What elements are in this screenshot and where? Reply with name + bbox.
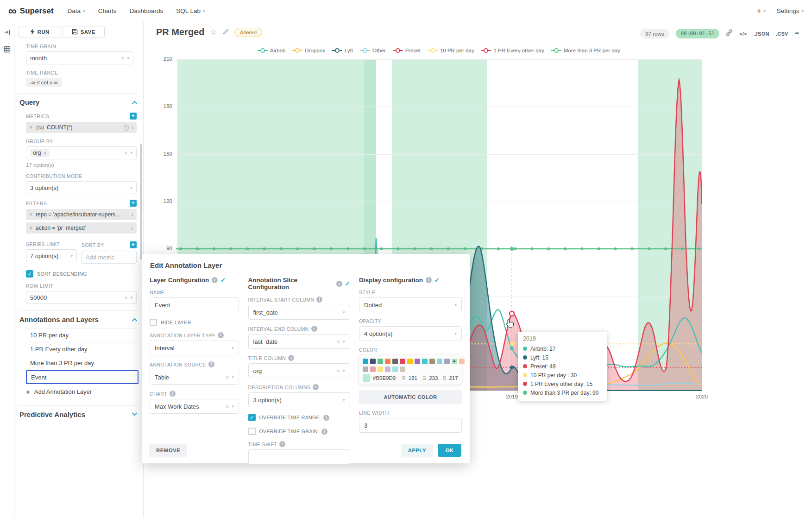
add-annotation-layer-button[interactable]: + Add Annotation Layer (26, 384, 138, 399)
sort-by-select[interactable]: Add metric (82, 251, 137, 264)
run-button[interactable]: RUN (19, 26, 61, 38)
color-swatch[interactable] (385, 359, 390, 364)
color-swatch[interactable] (422, 359, 428, 364)
chart-select[interactable]: Max Work Dates × ▾ (150, 399, 239, 414)
info-icon[interactable]: i (321, 429, 327, 435)
time-grain-select[interactable]: month × ▾ (26, 51, 133, 64)
clear-icon[interactable]: × (226, 403, 229, 410)
description-columns-select[interactable]: 3 option(s) ▾ (248, 392, 350, 407)
sort-descending-checkbox[interactable]: ✓ SORT DESCENDING (26, 270, 137, 278)
title-column-select[interactable]: org × ▾ (248, 363, 350, 378)
color-swatch[interactable] (378, 359, 383, 364)
export-csv-button[interactable]: .CSV (776, 31, 788, 37)
nav-item-dashboards[interactable]: Dashboards (129, 7, 163, 14)
red-value[interactable]: 181 (409, 375, 417, 381)
clear-icon[interactable]: × (226, 374, 229, 381)
group-by-tag[interactable]: org× (30, 149, 50, 157)
export-json-button[interactable]: .JSON (753, 31, 769, 37)
color-swatch[interactable] (459, 359, 465, 364)
style-select[interactable]: Dotted ▾ (359, 297, 462, 312)
info-icon[interactable]: i (311, 326, 317, 332)
panel-scrollbar[interactable] (140, 144, 142, 259)
legend-item[interactable]: Preset (393, 48, 421, 53)
override-time-grain-checkbox[interactable]: OVERRIDE TIME GRAIN i (248, 428, 350, 435)
menu-icon[interactable]: ≡ (795, 30, 799, 38)
altered-badge[interactable]: Altered (234, 28, 262, 37)
override-time-range-checkbox[interactable]: ✓ OVERRIDE TIME RANGE i (248, 414, 350, 421)
apply-button[interactable]: APPLY (401, 444, 433, 457)
filter-chip[interactable]: × repo = 'apache/incubator-supers... › (26, 209, 137, 220)
color-swatch[interactable] (400, 359, 405, 364)
time-range-chip[interactable]: -∞ ≤ col < ∞ (26, 78, 62, 87)
color-swatch[interactable] (437, 359, 442, 364)
hex-value[interactable]: #B5E9D9 (373, 375, 396, 381)
info-icon[interactable]: i (288, 355, 294, 361)
help-icon[interactable]: ? (123, 125, 129, 131)
contribution-mode-select[interactable]: 3 option(s) ▾ (26, 181, 137, 194)
color-swatch[interactable] (370, 366, 376, 372)
legend-item[interactable]: Lyft (332, 48, 353, 53)
color-swatch[interactable] (400, 366, 405, 372)
group-by-select[interactable]: org× × ▾ (26, 146, 137, 159)
remove-button[interactable]: REMOVE (149, 444, 187, 457)
color-swatch-selected[interactable] (452, 359, 457, 364)
color-swatch[interactable] (392, 359, 398, 364)
opacity-select[interactable]: 4 option(s) ▾ (359, 326, 462, 341)
add-metric-button[interactable]: + (130, 113, 137, 120)
info-icon[interactable]: i (208, 361, 214, 367)
save-button[interactable]: SAVE (63, 26, 105, 38)
clear-icon[interactable]: × (124, 294, 128, 301)
green-value[interactable]: 233 (429, 375, 438, 381)
remove-icon[interactable]: × (29, 211, 32, 218)
hide-layer-checkbox[interactable]: HIDE LAYER (150, 319, 239, 326)
info-icon[interactable]: i (426, 277, 432, 283)
line-width-input[interactable] (359, 418, 462, 433)
series-limit-select[interactable]: 7 option(s) ▾ (26, 249, 77, 262)
info-icon[interactable]: i (212, 277, 218, 283)
clear-icon[interactable]: × (336, 367, 340, 374)
annotation-layer-item[interactable]: 10 PR per day (26, 328, 138, 342)
view-query-icon[interactable]: </> (739, 31, 747, 37)
superset-logo[interactable]: ∞ Superset (8, 5, 54, 17)
legend-item[interactable]: 1 PR Every other day (481, 48, 544, 53)
legend-item[interactable]: Airbnb (258, 48, 285, 53)
annotation-layer-item[interactable]: 1 PR Every other day (26, 342, 138, 356)
nav-item-sqllab[interactable]: SQL Lab▾ (176, 7, 205, 14)
clear-icon[interactable]: × (121, 55, 125, 62)
remove-icon[interactable]: × (29, 225, 32, 231)
new-item-button[interactable]: +▾ (756, 6, 766, 16)
annotation-source-select[interactable]: Table × ▾ (150, 370, 239, 385)
nav-item-charts[interactable]: Charts (98, 7, 117, 14)
color-swatch[interactable] (378, 366, 383, 372)
settings-menu[interactable]: Settings▾ (777, 7, 804, 14)
favorite-star-icon[interactable]: ☆ (210, 27, 217, 37)
nav-item-data[interactable]: Data▾ (68, 7, 85, 14)
legend-item[interactable]: Dropbox (292, 48, 325, 53)
color-swatch[interactable] (415, 359, 420, 364)
add-filter-button[interactable]: + (130, 200, 137, 207)
filter-chip[interactable]: × action = 'pr_merged' › (26, 222, 137, 234)
automatic-color-button[interactable]: AUTOMATIC COLOR (359, 390, 462, 404)
add-sort-metric-button[interactable]: + (130, 241, 137, 248)
color-swatch[interactable] (392, 366, 398, 372)
share-link-icon[interactable] (726, 29, 733, 38)
color-swatch[interactable] (385, 366, 390, 372)
section-predictive[interactable]: Predictive Analytics (19, 405, 138, 419)
color-swatch[interactable] (444, 359, 450, 364)
ok-button[interactable]: OK (438, 444, 461, 457)
legend-item[interactable]: 10 PR per day (428, 48, 474, 53)
info-icon[interactable]: i (336, 281, 342, 287)
blue-value[interactable]: 217 (449, 375, 458, 381)
annotation-layer-item-selected[interactable]: Event (26, 370, 138, 384)
color-swatch[interactable] (429, 359, 435, 364)
metric-chip[interactable]: × ƒ(x) COUNT(*) ? › (26, 122, 137, 133)
clear-icon[interactable]: × (336, 338, 340, 345)
interval-end-select[interactable]: last_date × ▾ (248, 334, 350, 349)
interval-start-select[interactable]: first_date ▾ (248, 305, 350, 320)
edit-title-icon[interactable] (223, 28, 229, 37)
row-limit-select[interactable]: 50000 × ▾ (26, 291, 137, 304)
name-input[interactable] (150, 297, 239, 312)
legend-item[interactable]: More than 3 PR per day (551, 48, 620, 53)
remove-icon[interactable]: × (29, 124, 32, 131)
info-icon[interactable]: i (313, 384, 319, 390)
